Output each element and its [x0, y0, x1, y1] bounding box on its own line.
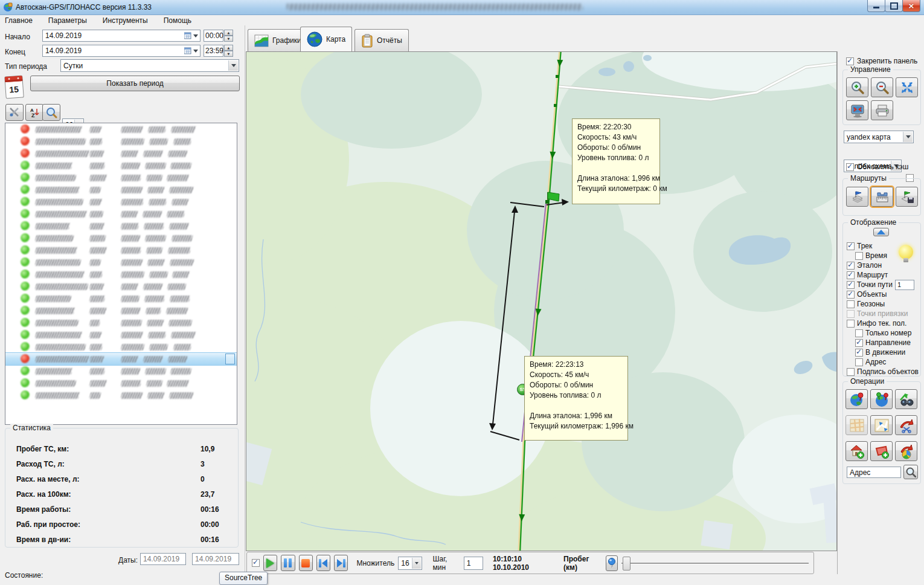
checkbox[interactable] — [847, 320, 855, 328]
route-save-button[interactable] — [896, 187, 918, 207]
display-option-Объекты[interactable]: Объекты — [847, 289, 920, 299]
vehicle-row[interactable] — [5, 365, 237, 377]
vehicle-row[interactable] — [5, 305, 237, 317]
zoom-in-button[interactable] — [846, 77, 868, 97]
vehicle-row[interactable] — [5, 232, 237, 244]
fullscreen-map-button[interactable] — [846, 100, 868, 120]
vehicle-row[interactable] — [5, 196, 237, 208]
address-input[interactable]: Адрес — [847, 467, 901, 478]
end-time-input[interactable]: 23:59 — [204, 45, 223, 57]
globe-pins-button[interactable] — [870, 389, 893, 409]
vehicle-row[interactable] — [5, 377, 237, 389]
vehicle-row[interactable] — [5, 280, 237, 292]
menu-parameters[interactable]: Параметры — [48, 16, 87, 25]
play-button[interactable] — [263, 555, 277, 571]
pin-panel-checkbox[interactable]: Закрепить панель — [846, 57, 917, 65]
menu-main[interactable]: Главное — [5, 16, 33, 25]
vehicle-row[interactable] — [5, 244, 237, 256]
checkbox[interactable] — [855, 329, 863, 337]
fit-extent-button[interactable] — [896, 77, 918, 97]
stop-button[interactable] — [299, 555, 313, 571]
print-button[interactable] — [871, 100, 893, 120]
checkbox[interactable] — [847, 262, 855, 270]
address-search-button[interactable] — [903, 465, 918, 479]
start-time-input[interactable]: 00:00 — [204, 30, 223, 42]
vehicle-row[interactable] — [5, 268, 237, 280]
route-flag-button[interactable] — [846, 187, 868, 207]
map-view-button[interactable] — [845, 415, 868, 435]
checkbox[interactable] — [855, 358, 863, 366]
vehicle-row[interactable] — [5, 329, 237, 341]
vehicle-row[interactable] — [5, 147, 237, 160]
calendar-dropdown-icon[interactable] — [184, 47, 198, 54]
checkbox[interactable] — [855, 349, 863, 357]
vehicle-row[interactable] — [5, 208, 237, 220]
display-option-Направление[interactable]: Направление — [855, 338, 920, 347]
start-date-input[interactable]: 14.09.2019 — [42, 30, 201, 42]
add-geozone-button[interactable] — [870, 441, 893, 461]
vehicle-row[interactable] — [5, 317, 237, 329]
display-option-Эталон[interactable]: Эталон — [847, 260, 920, 270]
report-chart-button[interactable] — [895, 441, 917, 461]
tab-graphs[interactable]: Графики — [248, 29, 308, 51]
show-period-button[interactable]: Показать период — [30, 76, 240, 91]
route-measure-button[interactable] — [871, 187, 893, 207]
checkbox[interactable] — [847, 291, 855, 299]
search-button[interactable] — [42, 104, 60, 121]
display-option-Подпись объектов[interactable]: Подпись объектов — [847, 367, 920, 377]
display-option-Геозоны[interactable]: Геозоны — [847, 299, 920, 309]
map-canvas[interactable]: ST Время: 22:20:30Скорость: 43 км/чОборо… — [246, 51, 837, 551]
collapse-button[interactable] — [873, 228, 889, 236]
playback-slider[interactable] — [621, 556, 809, 570]
vehicle-row[interactable] — [5, 352, 237, 366]
minimize-button[interactable] — [867, 0, 885, 12]
vehicle-row[interactable] — [5, 220, 237, 232]
add-object-button[interactable] — [845, 441, 868, 461]
display-option-Инфо тек. пол.[interactable]: Инфо тек. пол. — [847, 318, 920, 328]
start-time-spinner[interactable]: ▲▼ — [224, 30, 233, 42]
step-input[interactable]: 1 — [464, 557, 483, 570]
vehicle-row[interactable] — [5, 160, 237, 172]
vehicle-row[interactable] — [5, 389, 237, 401]
display-option-Маршрут[interactable]: Маршрут — [847, 270, 920, 280]
period-type-select[interactable]: Сутки — [60, 59, 239, 72]
vehicle-row[interactable] — [5, 256, 237, 268]
checkbox[interactable] — [847, 281, 855, 289]
vehicle-row[interactable] — [5, 172, 237, 184]
tools-button[interactable] — [5, 104, 24, 121]
playback-enable-checkbox[interactable] — [252, 559, 260, 567]
display-option-Только номер[interactable]: Только номер — [855, 328, 920, 338]
balloon-button[interactable] — [606, 555, 618, 571]
date-from-input[interactable]: 14.09.2019 — [140, 553, 186, 565]
checkbox[interactable] — [855, 339, 863, 347]
menu-tools[interactable]: Инструменты — [103, 16, 148, 25]
date-to-input[interactable]: 14.09.2019 — [192, 553, 239, 565]
maximize-button[interactable] — [885, 0, 903, 12]
globe-pin-button[interactable] — [845, 389, 868, 409]
vehicle-list[interactable] — [5, 123, 237, 425]
vehicle-row[interactable] — [5, 341, 237, 353]
vehicle-row[interactable] — [5, 292, 237, 305]
menu-help[interactable]: Помощь — [164, 16, 191, 25]
refresh-cache-checkbox[interactable]: Обновлять кэш — [846, 163, 908, 171]
slider-handle[interactable] — [623, 557, 630, 570]
vehicle-row[interactable] — [5, 135, 237, 147]
multiplier-select[interactable]: 16 — [398, 557, 422, 570]
checkbox[interactable] — [847, 300, 855, 308]
zoom-out-button[interactable] — [871, 77, 893, 97]
checkbox[interactable] — [847, 368, 855, 376]
map-layer-select[interactable]: yandex карта — [844, 131, 914, 143]
tab-reports[interactable]: Отчёты — [355, 29, 409, 51]
map-route-button[interactable] — [870, 415, 893, 435]
display-option-Точки пути[interactable]: Точки пути1 — [847, 280, 920, 289]
end-date-input[interactable]: 14.09.2019 — [42, 45, 201, 57]
checkbox[interactable] — [847, 271, 855, 279]
vehicle-row[interactable] — [5, 123, 237, 135]
close-button[interactable]: × — [902, 0, 920, 12]
waypoint-count-input[interactable]: 1 — [895, 280, 914, 290]
step-forward-button[interactable] — [334, 555, 348, 571]
calendar-dropdown-icon[interactable] — [184, 32, 198, 39]
display-option-Точки привязки[interactable]: Точки привязки — [847, 309, 920, 318]
checkbox[interactable] — [855, 252, 863, 260]
step-back-button[interactable] — [316, 555, 330, 571]
